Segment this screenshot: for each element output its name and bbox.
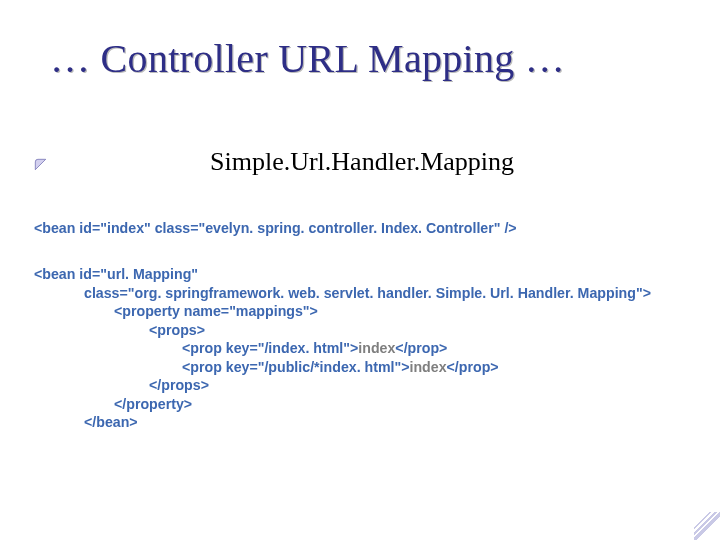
attr: class="evelyn. spring. controller. Index… xyxy=(155,220,505,236)
code-line: </bean> xyxy=(34,413,682,431)
tag-open: <prop xyxy=(182,340,226,356)
attr: key="/index. html"> xyxy=(226,340,359,356)
code-line: </props> xyxy=(34,376,682,394)
subtitle-row: Simple.Url.Handler.Mapping xyxy=(34,147,682,177)
text: index xyxy=(358,340,395,356)
code-line: class="org. springframework. web. servle… xyxy=(34,284,682,302)
tag-open: <bean xyxy=(34,266,79,282)
attr: name="mappings" xyxy=(184,303,310,319)
corner-decoration-icon xyxy=(694,512,720,540)
code-block: <bean id="index" class="evelyn. spring. … xyxy=(34,219,682,432)
bullet-icon xyxy=(34,158,47,171)
tag-open: <property xyxy=(114,303,184,319)
tag: </property> xyxy=(114,396,192,412)
tag: </props> xyxy=(149,377,209,393)
tag-end: > xyxy=(643,285,651,301)
tag-close: </prop> xyxy=(395,340,447,356)
code-line: <property name="mappings"> xyxy=(34,302,682,320)
code-line: <prop key="/index. html">index</prop> xyxy=(34,339,682,357)
code-line: <props> xyxy=(34,321,682,339)
code-line: </property> xyxy=(34,395,682,413)
subtitle: Simple.Url.Handler.Mapping xyxy=(210,147,514,177)
tag-open: <bean xyxy=(34,220,79,236)
page-title: … Controller URL Mapping … xyxy=(50,35,682,82)
code-line: <prop key="/public/*index. html">index</… xyxy=(34,358,682,376)
slide: … Controller URL Mapping … Simple.Url.Ha… xyxy=(0,0,720,540)
tag-open: <prop xyxy=(182,359,226,375)
tag-close: </prop> xyxy=(447,359,499,375)
attr: id="url. Mapping" xyxy=(79,266,198,282)
code-line: <bean id="index" class="evelyn. spring. … xyxy=(34,219,682,237)
attr: key="/public/*index. html"> xyxy=(226,359,410,375)
tag: <props> xyxy=(149,322,205,338)
attr: id="index" xyxy=(79,220,154,236)
text: index xyxy=(410,359,447,375)
tag: </bean> xyxy=(84,414,138,430)
code-line: <bean id="url. Mapping" xyxy=(34,265,682,283)
tag-end: > xyxy=(310,303,318,319)
attr-name: class= xyxy=(84,285,128,301)
tag-close: /> xyxy=(504,220,516,236)
blank-line xyxy=(34,237,682,265)
attr-val: "org. springframework. web. servlet. han… xyxy=(128,285,643,301)
